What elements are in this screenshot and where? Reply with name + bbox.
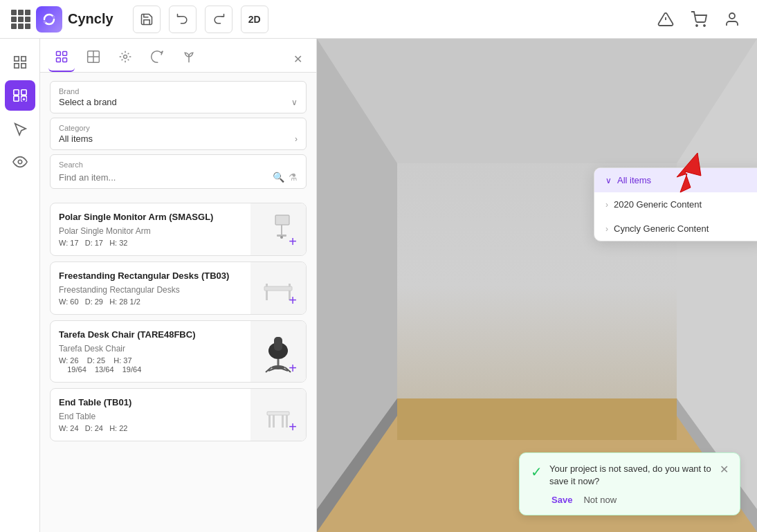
- category-selector[interactable]: Category All items ›: [50, 118, 307, 150]
- redo-button[interactable]: [205, 6, 232, 33]
- svg-rect-7: [14, 57, 18, 61]
- svg-point-24: [124, 55, 127, 59]
- topbar-actions: [652, 6, 746, 33]
- item-name: Tarefa Desk Chair (TARE48FBC): [59, 329, 242, 341]
- catalog-panel: ✕ Brand Select a brand ∨ Category All it…: [40, 39, 317, 532]
- item-desc: End Table: [59, 412, 242, 421]
- canvas-area[interactable]: ∨ All items › 2020 Generic Content › Cyn…: [317, 39, 757, 532]
- brand-label: Brand: [59, 87, 298, 95]
- left-sidebar: [0, 39, 40, 532]
- item-add-button[interactable]: +: [284, 419, 302, 437]
- cat-item-label: Cyncly Generic Content: [614, 223, 709, 234]
- item-dims: W: 24 D: 24 H: 22: [59, 424, 242, 432]
- tab-style[interactable]: [144, 46, 170, 72]
- svg-rect-13: [13, 96, 18, 101]
- category-label: Category: [59, 124, 298, 132]
- category-dropdown: ∨ All items › 2020 Generic Content › Cyn…: [594, 167, 757, 241]
- items-list: Polar Single Monitor Arm (SMASGL) Polar …: [40, 197, 316, 532]
- cat-chevron-right-icon: ›: [605, 200, 608, 210]
- cat-item-label: All items: [617, 175, 651, 185]
- svg-rect-12: [21, 90, 26, 95]
- item-info: Freestanding Rectangular Desks (TB03) Fr…: [51, 262, 250, 314]
- search-icon[interactable]: 🔍: [273, 172, 284, 183]
- item-add-button[interactable]: +: [284, 292, 302, 310]
- sidebar-eye-icon[interactable]: [5, 147, 35, 177]
- panel-fields: Brand Select a brand ∨ Category All item…: [40, 73, 316, 197]
- svg-rect-35: [274, 337, 282, 351]
- save-toast: ✓ Your project is not saved, do you want…: [519, 452, 740, 515]
- category-item-all[interactable]: ∨ All items: [594, 168, 757, 192]
- category-value-row: All items ›: [59, 134, 298, 144]
- svg-point-5: [704, 25, 705, 26]
- sidebar-edit-icon[interactable]: [5, 47, 35, 77]
- toast-notnow-button[interactable]: Not now: [583, 495, 617, 505]
- grid-icon[interactable]: [11, 10, 30, 29]
- main-area: ✕ Brand Select a brand ∨ Category All it…: [0, 39, 757, 532]
- logo-area: Cyncly: [11, 6, 113, 33]
- search-field: Search 🔍 ⚗: [50, 154, 307, 189]
- user-icon[interactable]: [718, 6, 746, 33]
- item-thumbnail: +: [250, 389, 306, 441]
- search-input[interactable]: [59, 172, 268, 183]
- toast-check-icon: ✓: [531, 464, 542, 480]
- save-button[interactable]: [133, 6, 161, 33]
- panel-close-button[interactable]: ✕: [287, 48, 308, 69]
- cat-chevron-right-icon: ›: [605, 224, 608, 234]
- svg-marker-51: [397, 398, 677, 440]
- item-info: Tarefa Desk Chair (TARE48FBC) Tarefa Des…: [51, 321, 250, 382]
- svg-rect-32: [266, 284, 268, 286]
- svg-rect-8: [21, 57, 25, 61]
- list-item: End Table (TB01) End Table W: 24 D: 24 H…: [50, 388, 307, 441]
- category-value: All items: [59, 134, 93, 144]
- list-item: Polar Single Monitor Arm (SMASGL) Polar …: [50, 203, 307, 256]
- brand-selector[interactable]: Brand Select a brand ∨: [50, 81, 307, 113]
- svg-rect-42: [267, 412, 289, 415]
- item-thumbnail: +: [250, 321, 306, 382]
- item-add-button[interactable]: +: [284, 360, 302, 378]
- item-desc: Freestanding Rectangular Desks: [59, 285, 242, 295]
- category-item-cyncly[interactable]: › Cyncly Generic Content: [594, 217, 757, 241]
- svg-rect-45: [273, 415, 275, 428]
- svg-point-6: [729, 13, 735, 19]
- tab-objects[interactable]: [112, 46, 138, 72]
- item-thumbnail: +: [250, 262, 306, 314]
- tab-plant[interactable]: [176, 46, 202, 72]
- mode-label: 2D: [248, 14, 261, 25]
- alert-icon[interactable]: [652, 6, 680, 33]
- category-item-2020[interactable]: › 2020 Generic Content: [594, 192, 757, 217]
- svg-point-18: [18, 160, 22, 164]
- brand-value: Select a brand: [59, 97, 117, 107]
- tab-room[interactable]: [80, 46, 107, 72]
- svg-point-28: [280, 236, 283, 239]
- item-info: End Table (TB01) End Table W: 24 D: 24 H…: [51, 389, 250, 441]
- category-chevron-icon: ›: [295, 134, 298, 144]
- svg-rect-19: [57, 52, 61, 56]
- search-label: Search: [59, 160, 298, 169]
- svg-point-0: [53, 15, 55, 18]
- svg-rect-20: [63, 52, 67, 56]
- tab-catalog[interactable]: [48, 46, 75, 72]
- item-info: Polar Single Monitor Arm (SMASGL) Polar …: [51, 203, 250, 255]
- toast-message: Your project is not saved, do you want t…: [549, 463, 713, 488]
- filter-icon[interactable]: ⚗: [289, 172, 298, 183]
- sidebar-pointer-icon[interactable]: [5, 113, 35, 144]
- item-add-button[interactable]: +: [284, 233, 302, 251]
- undo-button[interactable]: [169, 6, 197, 33]
- svg-rect-9: [14, 64, 18, 68]
- toast-close-button[interactable]: ✕: [720, 463, 729, 476]
- item-name: End Table (TB01): [59, 397, 242, 409]
- svg-rect-11: [13, 90, 18, 95]
- svg-rect-29: [264, 286, 292, 291]
- cat-chevron-down-icon: ∨: [605, 176, 612, 185]
- toast-save-button[interactable]: Save: [551, 495, 572, 505]
- mode-2d-button[interactable]: 2D: [241, 6, 268, 33]
- svg-rect-30: [266, 291, 268, 300]
- toast-header: ✓ Your project is not saved, do you want…: [531, 463, 729, 488]
- cart-icon[interactable]: [685, 6, 713, 33]
- svg-point-1: [44, 20, 46, 23]
- toast-actions: Save Not now: [531, 495, 729, 505]
- logo-icon: [36, 6, 62, 33]
- sidebar-catalog-icon[interactable]: [5, 80, 35, 111]
- item-dims: W: 26 D: 25 H: 37: [59, 356, 242, 365]
- panel-tabs: ✕: [48, 46, 308, 72]
